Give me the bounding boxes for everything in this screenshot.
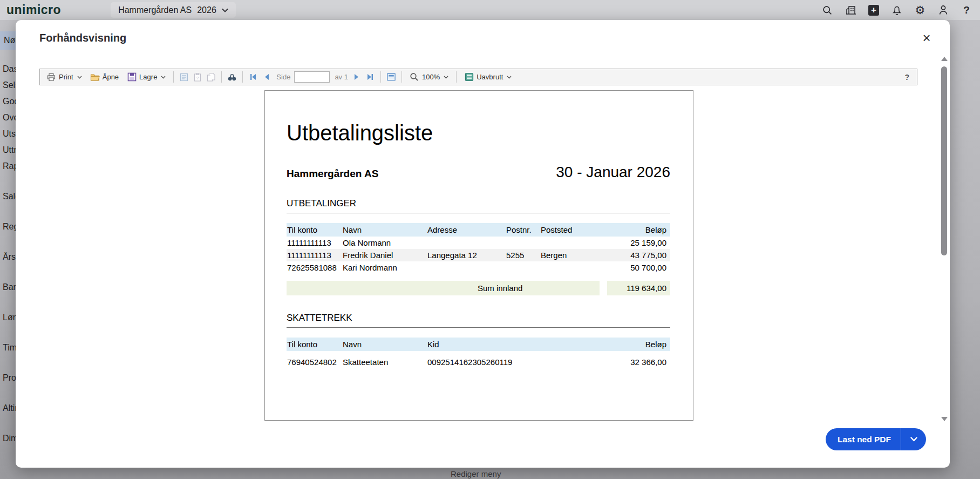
continuous-view-icon bbox=[464, 72, 474, 82]
view-mode-value: Uavbrutt bbox=[477, 73, 503, 81]
toolbar-separator bbox=[380, 71, 381, 83]
table-row: 11111111113 Fredrik Daniel Langegata 12 … bbox=[287, 249, 670, 261]
col-til-konto: Til konto bbox=[287, 340, 342, 349]
topbar-icons: + ⚙ ? bbox=[821, 4, 972, 16]
app-logo: unimicro bbox=[6, 3, 61, 17]
skattetrekk-table: Til konto Navn Kid Beløp 76940524802 Ska… bbox=[287, 338, 670, 368]
download-pdf-label: Last ned PDF bbox=[826, 435, 901, 444]
magnifier-icon bbox=[410, 72, 419, 82]
help-icon[interactable]: ? bbox=[961, 4, 972, 16]
utbetalinger-table: Til konto Navn Adresse Postnr. Poststed … bbox=[287, 223, 670, 274]
chevron-down-icon bbox=[222, 8, 228, 12]
company-selector[interactable]: Hammergården AS 2026 bbox=[111, 2, 236, 18]
open-button[interactable]: Åpne bbox=[88, 71, 121, 83]
report-page: Utbetalingsliste Hammergården AS 30 - Ja… bbox=[264, 90, 693, 421]
sum-row: Sum innland 119 634,00 bbox=[287, 281, 670, 295]
preview-scrollbar[interactable] bbox=[941, 57, 948, 421]
view-mode-control[interactable]: Uavbrutt bbox=[462, 71, 514, 83]
toolbar-separator bbox=[456, 71, 457, 83]
page-number-input[interactable] bbox=[294, 71, 330, 83]
prev-page-icon[interactable] bbox=[262, 72, 271, 82]
download-pdf-button[interactable]: Last ned PDF bbox=[826, 428, 926, 450]
save-button[interactable]: Lagre bbox=[125, 71, 168, 83]
table-row: 76940524802 Skatteetaten 009251416230526… bbox=[287, 356, 670, 368]
table-row: 72625581088 Kari Nordmann 50 700,00 bbox=[287, 261, 670, 274]
chevron-down-icon bbox=[507, 76, 512, 79]
col-postnr: Postnr. bbox=[506, 225, 540, 234]
toolbar-separator bbox=[401, 71, 402, 83]
col-belop: Beløp bbox=[605, 225, 670, 234]
add-icon[interactable]: + bbox=[868, 4, 880, 16]
table-row: 11111111113 Ola Normann 25 159,00 bbox=[287, 237, 670, 249]
section-utbetalinger: UTBETALINGER bbox=[287, 198, 670, 213]
first-page-icon[interactable] bbox=[248, 72, 258, 82]
open-label: Åpne bbox=[103, 73, 119, 81]
report-company: Hammergården AS bbox=[287, 168, 378, 180]
report-period: 30 - Januar 2026 bbox=[556, 164, 670, 181]
col-til-konto: Til konto bbox=[287, 225, 342, 234]
report-toolbar: Print Åpne Lagre ? bbox=[39, 69, 917, 85]
col-navn: Navn bbox=[342, 340, 427, 349]
report-title: Utbetalingsliste bbox=[287, 121, 670, 145]
topbar: unimicro Hammergården AS 2026 + ⚙ ? bbox=[0, 0, 980, 20]
col-adresse: Adresse bbox=[427, 225, 506, 234]
find-icon[interactable] bbox=[227, 72, 237, 82]
question-glyph: ? bbox=[963, 4, 970, 16]
sum-value: 119 634,00 bbox=[607, 281, 670, 295]
search-icon[interactable] bbox=[821, 4, 833, 16]
user-icon[interactable] bbox=[937, 4, 949, 16]
table-header-row: Til konto Navn Kid Beløp bbox=[287, 338, 670, 351]
plus-glyph: + bbox=[868, 5, 879, 16]
page-label: Side bbox=[276, 73, 290, 81]
print-button[interactable]: Print bbox=[44, 71, 84, 83]
toolbar-help[interactable]: ? bbox=[904, 73, 913, 82]
col-navn: Navn bbox=[342, 225, 427, 234]
scroll-down-icon[interactable] bbox=[941, 417, 948, 421]
col-belop: Beløp bbox=[556, 340, 670, 349]
preview-modal: Forhåndsvisning × Print Åpne Lagre bbox=[16, 20, 950, 468]
copy-page-icon[interactable] bbox=[206, 72, 216, 82]
company-icon[interactable] bbox=[845, 4, 856, 16]
download-options-toggle[interactable] bbox=[901, 437, 926, 442]
rediger-meny-link[interactable]: Rediger meny bbox=[451, 469, 501, 478]
chevron-down-icon bbox=[77, 76, 82, 79]
scroll-up-icon[interactable] bbox=[941, 57, 948, 61]
close-icon[interactable]: × bbox=[918, 30, 935, 46]
chevron-down-icon bbox=[910, 437, 917, 442]
gear-glyph: ⚙ bbox=[915, 4, 925, 16]
company-name: Hammergården AS bbox=[118, 5, 192, 15]
zoom-value: 100% bbox=[422, 73, 440, 81]
printer-icon bbox=[46, 72, 56, 82]
notifications-icon[interactable] bbox=[891, 4, 903, 16]
next-page-icon[interactable] bbox=[352, 72, 362, 82]
zoom-control[interactable]: 100% bbox=[407, 71, 451, 83]
save-label: Lagre bbox=[139, 73, 157, 81]
section-skattetrekk: SKATTETREKK bbox=[287, 313, 670, 328]
scrollbar-thumb[interactable] bbox=[941, 66, 947, 255]
toc-icon[interactable] bbox=[179, 72, 189, 82]
sum-label: Sum innland bbox=[478, 284, 522, 293]
chevron-down-icon bbox=[444, 76, 448, 79]
toolbar-separator bbox=[173, 71, 174, 83]
parameters-icon[interactable]: ? bbox=[193, 72, 202, 82]
chevron-down-icon bbox=[161, 76, 166, 79]
page-view-icon[interactable] bbox=[386, 72, 396, 82]
preview-area: Utbetalingsliste Hammergården AS 30 - Ja… bbox=[16, 85, 940, 421]
col-kid: Kid bbox=[427, 340, 556, 349]
save-icon bbox=[127, 72, 137, 82]
svg-text:?: ? bbox=[196, 76, 199, 80]
table-header-row: Til konto Navn Adresse Postnr. Poststed … bbox=[287, 223, 670, 237]
print-label: Print bbox=[59, 73, 73, 81]
col-poststed: Poststed bbox=[540, 225, 605, 234]
settings-icon[interactable]: ⚙ bbox=[914, 4, 926, 16]
page-total: av 1 bbox=[335, 73, 348, 81]
company-year: 2026 bbox=[197, 5, 216, 15]
folder-icon bbox=[90, 72, 100, 82]
last-page-icon[interactable] bbox=[365, 72, 375, 82]
modal-title: Forhåndsvisning bbox=[39, 32, 126, 44]
toolbar-separator bbox=[242, 71, 243, 83]
toolbar-separator bbox=[221, 71, 222, 83]
